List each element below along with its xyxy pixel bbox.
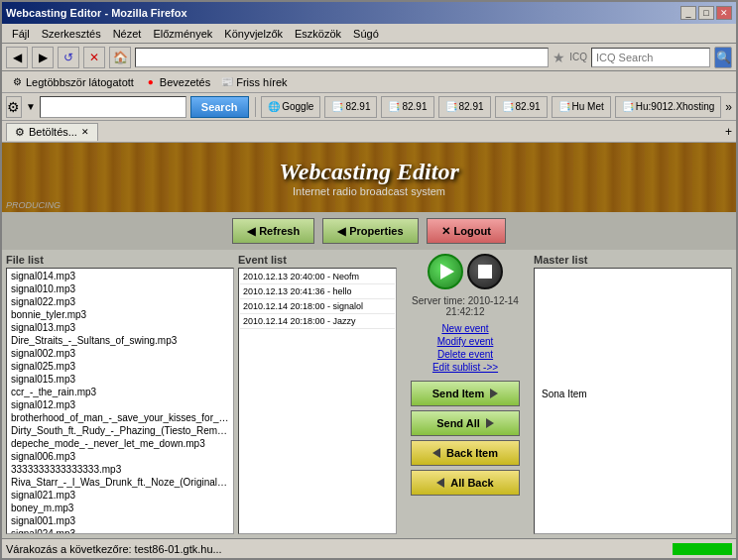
refresh-button[interactable]: ↺ bbox=[58, 47, 79, 68]
file-list-item[interactable]: signal012.mp3 bbox=[8, 398, 232, 411]
icq-label: ICQ bbox=[569, 52, 587, 62]
menu-help[interactable]: Súgó bbox=[347, 26, 385, 42]
close-button[interactable]: ✕ bbox=[716, 6, 732, 20]
menu-history[interactable]: Előzmények bbox=[147, 26, 218, 42]
file-list-item[interactable]: signal021.mp3 bbox=[8, 489, 232, 502]
file-list-item[interactable]: boney_m.mp3 bbox=[8, 502, 232, 514]
goggle-button[interactable]: 🌐 Goggle bbox=[261, 96, 320, 118]
action-buttons: Send Item Send All Back Item bbox=[411, 381, 520, 496]
all-back-arrow-icon bbox=[436, 478, 444, 488]
forward-button[interactable]: ▶ bbox=[32, 47, 54, 68]
refresh-button[interactable]: ◀ Refresh bbox=[232, 218, 314, 244]
file-list-item[interactable]: signal006.mp3 bbox=[8, 450, 232, 463]
file-list-item[interactable]: 3333333333333333.mp3 bbox=[8, 463, 232, 476]
stop-button[interactable]: ✕ bbox=[83, 47, 105, 68]
menu-file[interactable]: Fájl bbox=[6, 26, 36, 42]
bookmark-most-visited[interactable]: ⚙ Legtöbbször látogatott bbox=[6, 73, 138, 91]
search-button[interactable]: Search bbox=[190, 96, 249, 118]
address-input[interactable] bbox=[135, 48, 549, 67]
tb-82-4[interactable]: 📑 82.91 bbox=[495, 96, 548, 118]
tb-82-1[interactable]: 📑 82.91 bbox=[324, 96, 377, 118]
bookmark-news[interactable]: 📰 Friss hírek bbox=[216, 73, 291, 91]
page-tab-bar: ⚙ Betöltés... ✕ + bbox=[2, 121, 736, 143]
star-icon[interactable]: ★ bbox=[553, 50, 565, 65]
all-back-button[interactable]: All Back bbox=[411, 470, 520, 496]
window-frame: Webcasting Editor - Mozilla Firefox _ □ … bbox=[0, 0, 738, 560]
menu-bookmarks[interactable]: Könyvjelzők bbox=[218, 26, 289, 42]
minimize-button[interactable]: _ bbox=[680, 6, 696, 20]
back-item-button[interactable]: Back Item bbox=[411, 440, 520, 466]
page-tab[interactable]: ⚙ Betöltés... ✕ bbox=[6, 123, 98, 141]
file-list-item[interactable]: signal014.mp3 bbox=[8, 270, 232, 282]
event-list-item[interactable]: 2010.12.14 20:18:00 - Jazzy bbox=[240, 314, 395, 329]
tb-icon-5: 📑 bbox=[558, 101, 570, 112]
menu-edit[interactable]: Szerkesztés bbox=[36, 26, 107, 42]
new-tab-button[interactable]: + bbox=[725, 125, 732, 139]
file-list-item[interactable]: signal002.mp3 bbox=[8, 347, 232, 360]
server-panel: Server time: 2010-12-14 21:42:12 New eve… bbox=[401, 254, 530, 534]
new-event-link[interactable]: New event bbox=[441, 323, 488, 334]
event-list-item[interactable]: 2010.12.13 20:41:36 - hello bbox=[240, 284, 395, 299]
event-list-box[interactable]: 2010.12.13 20:40:00 - Neofm2010.12.13 20… bbox=[238, 268, 397, 534]
send-all-arrow-icon bbox=[486, 418, 494, 428]
file-list-item[interactable]: brotherhood_of_man_-_save_your_kisses_fo… bbox=[8, 411, 232, 424]
sona-item[interactable]: Sona Item bbox=[539, 388, 590, 400]
second-toolbar: ⚙ ▼ Search 🌐 Goggle 📑 82.91 📑 82.91 📑 82… bbox=[2, 93, 736, 121]
file-list-item[interactable]: Dire_Straits_-_Sultans_of_swing.mp3 bbox=[8, 334, 232, 347]
menu-view[interactable]: Nézet bbox=[107, 26, 148, 42]
file-list-title: File list bbox=[6, 254, 234, 266]
file-list-item[interactable]: ccr_-_the_rain.mp3 bbox=[8, 386, 232, 398]
icq-search-input[interactable] bbox=[591, 48, 710, 67]
master-list-box[interactable]: Sona Item bbox=[534, 268, 732, 534]
file-list-item[interactable]: depeche_mode_-_never_let_me_down.mp3 bbox=[8, 437, 232, 450]
master-list-title: Master list bbox=[534, 254, 732, 266]
tb-humet[interactable]: 📑 Hu Met bbox=[552, 96, 611, 118]
tb-82-3[interactable]: 📑 82.91 bbox=[438, 96, 491, 118]
home-button[interactable]: 🏠 bbox=[109, 47, 131, 68]
file-list-item[interactable]: signal001.mp3 bbox=[8, 514, 232, 527]
send-all-button[interactable]: Send All bbox=[411, 410, 520, 436]
event-list-item[interactable]: 2010.12.13 20:40:00 - Neofm bbox=[240, 270, 395, 284]
properties-button[interactable]: ◀ Properties bbox=[322, 218, 418, 244]
stop-button[interactable] bbox=[467, 254, 503, 289]
file-list-item[interactable]: signal024.mp3 bbox=[8, 527, 232, 534]
toolbar-settings-icon[interactable]: ⚙ bbox=[6, 96, 22, 118]
refresh-icon: ◀ bbox=[247, 225, 255, 238]
send-item-label: Send Item bbox=[432, 388, 485, 399]
search-input[interactable] bbox=[40, 96, 186, 118]
delete-event-link[interactable]: Delete event bbox=[437, 349, 493, 360]
maximize-button[interactable]: □ bbox=[698, 6, 714, 20]
file-list-item[interactable]: signal013.mp3 bbox=[8, 321, 232, 334]
icq-search-button[interactable]: 🔍 bbox=[714, 47, 732, 68]
bookmarks-bar: ⚙ Legtöbbször látogatott ● Bevezetés 📰 F… bbox=[2, 71, 736, 93]
wc-toolbar: ◀ Refresh ◀ Properties ✕ Logout bbox=[2, 212, 736, 250]
back-button[interactable]: ◀ bbox=[6, 47, 28, 68]
edit-sublist-link[interactable]: Edit sublist ->> bbox=[432, 362, 498, 373]
page-tab-close-button[interactable]: ✕ bbox=[81, 127, 89, 137]
server-time: Server time: 2010-12-14 21:42:12 bbox=[401, 295, 530, 317]
file-list-item[interactable]: Riva_Starr_-_I_Was_Drunk_ft._Noze_(Origi… bbox=[8, 476, 232, 489]
file-list-item[interactable]: bonnie_tyler.mp3 bbox=[8, 308, 232, 321]
modify-event-link[interactable]: Modify event bbox=[437, 336, 494, 347]
file-list-item[interactable]: signal015.mp3 bbox=[8, 373, 232, 386]
file-list-item[interactable]: Dirty_South_ft._Rudy_-_Phazing_(Tiesto_R… bbox=[8, 424, 232, 437]
play-icon bbox=[440, 264, 454, 280]
file-list-item[interactable]: signal022.mp3 bbox=[8, 295, 232, 308]
file-list-item[interactable]: signal025.mp3 bbox=[8, 360, 232, 373]
tb-82-2[interactable]: 📑 82.91 bbox=[381, 96, 433, 118]
event-list-item[interactable]: 2010.12.14 20:18:00 - signalol bbox=[240, 299, 395, 314]
menu-tools[interactable]: Eszközök bbox=[289, 26, 347, 42]
server-links: New event Modify event Delete event Edit… bbox=[432, 323, 498, 373]
toolbar-overflow-arrow[interactable]: » bbox=[725, 100, 732, 114]
file-list-item[interactable]: signal010.mp3 bbox=[8, 282, 232, 295]
bookmark-introduction[interactable]: ● Bevezetés bbox=[140, 73, 214, 91]
most-visited-icon: ⚙ bbox=[10, 75, 24, 89]
send-item-button[interactable]: Send Item bbox=[411, 381, 520, 406]
page-tab-icon: ⚙ bbox=[15, 126, 25, 139]
logout-button[interactable]: ✕ Logout bbox=[427, 218, 506, 244]
file-list-box[interactable]: signal014.mp3signal010.mp3signal022.mp3b… bbox=[6, 268, 234, 534]
play-button[interactable] bbox=[428, 254, 463, 289]
toolbar-arrow: ▼ bbox=[26, 101, 36, 112]
tb-xhosting[interactable]: 📑 Hu:9012.Xhosting bbox=[615, 96, 722, 118]
stop-icon bbox=[478, 265, 492, 279]
